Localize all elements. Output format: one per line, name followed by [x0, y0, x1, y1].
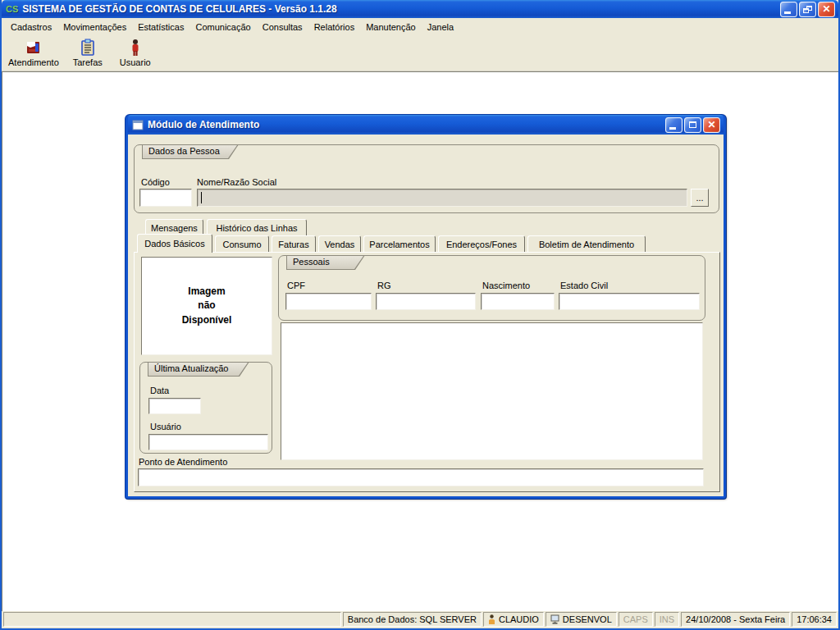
nome-razao-label: Nome/Razão Social: [197, 177, 276, 187]
toolbar-atendimento-button[interactable]: Atendimento: [3, 38, 64, 69]
status-caps-indicator: CAPS: [619, 612, 653, 627]
estado-civil-label: Estado Civil: [560, 281, 608, 290]
status-date: 24/10/2008 - Sexta Feira: [681, 612, 790, 627]
rg-label: RG: [377, 281, 391, 290]
toolbar-usuario-label: Usuario: [120, 57, 151, 67]
menubar: Cadastros Movimentações Estatísticas Com…: [2, 18, 838, 36]
ultima-atualizacao-group-caption: Última Atualização: [148, 362, 249, 377]
dialog-title: Módulo de Atendimento: [148, 119, 665, 130]
dialog-body: Dados da Pessoa Código Nome/Razão Social…: [128, 135, 724, 496]
tab-parcelamentos[interactable]: Parcelamentos: [363, 235, 436, 252]
photo-placeholder: Imagem não Disponível: [141, 257, 272, 355]
data-input[interactable]: [148, 398, 201, 414]
status-message-panel: [3, 612, 341, 627]
cpf-input[interactable]: [285, 293, 372, 310]
dialog-close-button[interactable]: ✕: [703, 117, 720, 133]
main-titlebar: CS SISTEMA DE GESTÃO DE CONTAS DE CELULA…: [2, 0, 838, 18]
menu-consultas[interactable]: Consultas: [257, 20, 308, 34]
status-user-icon: [488, 614, 495, 625]
browse-person-button[interactable]: ...: [691, 189, 709, 207]
status-database: Banco de Dados: SQL SERVER: [343, 612, 482, 627]
rg-input[interactable]: [376, 293, 476, 310]
tab-dados-basicos[interactable]: Dados Básicos: [137, 234, 212, 253]
menu-cadastros[interactable]: Cadastros: [5, 20, 57, 34]
user-icon: [130, 39, 141, 57]
imgbox-line3: Disponível: [182, 313, 232, 327]
codigo-label: Código: [141, 177, 170, 187]
modulo-atendimento-window: Módulo de Atendimento ✕ Dados da Pessoa …: [126, 115, 726, 499]
nascimento-label: Nascimento: [482, 281, 530, 290]
app-logo-icon: CS: [6, 4, 18, 14]
tab-enderecos-fones[interactable]: Endereços/Fones: [438, 235, 525, 252]
attendance-icon: [24, 39, 43, 57]
mdi-client-area: Módulo de Atendimento ✕ Dados da Pessoa …: [2, 71, 838, 611]
close-button[interactable]: ✕: [818, 2, 835, 17]
imgbox-line1: Imagem: [188, 285, 225, 299]
toolbar-tarefas-button[interactable]: Tarefas: [64, 38, 112, 69]
status-host: DESENVOL: [546, 612, 617, 627]
menu-estatisticas[interactable]: Estatísticas: [132, 20, 189, 34]
tab-consumo[interactable]: Consumo: [215, 235, 269, 252]
text-caret: [201, 192, 202, 203]
details-panel[interactable]: [281, 322, 703, 460]
ultima-atualizacao-group: Última Atualização Data Usuário: [139, 362, 272, 454]
menu-comunicacao[interactable]: Comunicação: [189, 20, 256, 34]
restore-button[interactable]: [799, 2, 816, 17]
form-icon: [132, 120, 144, 130]
menu-manutencao[interactable]: Manutenção: [360, 20, 422, 34]
toolbar-atendimento-label: Atendimento: [8, 57, 59, 67]
tab-vendas[interactable]: Vendas: [318, 235, 361, 252]
menu-movimentacoes[interactable]: Movimentações: [57, 20, 132, 34]
menu-janela[interactable]: Janela: [422, 20, 459, 34]
ponto-atendimento-label: Ponto de Atendimento: [139, 457, 227, 467]
estado-civil-input[interactable]: [559, 293, 700, 310]
dialog-maximize-button[interactable]: [684, 117, 701, 133]
tab-boletim-atendimento[interactable]: Boletim de Atendimento: [527, 235, 646, 252]
status-time: 17:06:34: [792, 612, 837, 627]
usuario-label: Usuário: [150, 422, 181, 431]
minimize-button[interactable]: [780, 2, 797, 17]
toolbar-tarefas-label: Tarefas: [73, 57, 103, 67]
tasks-clipboard-icon: [80, 39, 96, 57]
cpf-label: CPF: [287, 281, 305, 290]
statusbar: Banco de Dados: SQL SERVER CLAUDIO DESEN…: [2, 611, 838, 628]
status-ins-indicator: INS: [655, 612, 679, 627]
pessoais-group: Pessoais CPF RG Nascimento Estado Civil: [278, 255, 705, 321]
usuario-input[interactable]: [148, 434, 268, 450]
dialog-titlebar[interactable]: Módulo de Atendimento ✕: [128, 115, 724, 135]
menu-relatorios[interactable]: Relatórios: [308, 20, 361, 34]
pessoais-group-caption: Pessoais: [286, 255, 365, 270]
status-user: CLAUDIO: [483, 612, 544, 627]
tab-faturas[interactable]: Faturas: [272, 235, 316, 252]
window-title: SISTEMA DE GESTÃO DE CONTAS DE CELULARES…: [22, 3, 780, 15]
nascimento-input[interactable]: [481, 293, 555, 310]
data-label: Data: [150, 386, 169, 395]
ponto-atendimento-input[interactable]: [138, 468, 704, 486]
toolbar-usuario-button[interactable]: Usuario: [112, 38, 159, 69]
codigo-input[interactable]: [139, 189, 192, 207]
dados-basicos-tabpage: Imagem não Disponível Pessoais CPF RG: [134, 252, 720, 492]
toolbar: Atendimento Tarefas: [2, 36, 838, 71]
status-computer-icon: [550, 614, 559, 625]
dialog-minimize-button[interactable]: [665, 117, 682, 133]
application-window: CS SISTEMA DE GESTÃO DE CONTAS DE CELULA…: [0, 0, 840, 630]
nome-razao-input[interactable]: [197, 189, 687, 207]
tab-historico-linhas[interactable]: Histórico das Linhas: [207, 219, 307, 235]
dados-pessoa-group-caption: Dados da Pessoa: [142, 144, 239, 159]
imgbox-line2: não: [198, 299, 215, 313]
tab-mensagens[interactable]: Mensagens: [145, 219, 203, 235]
